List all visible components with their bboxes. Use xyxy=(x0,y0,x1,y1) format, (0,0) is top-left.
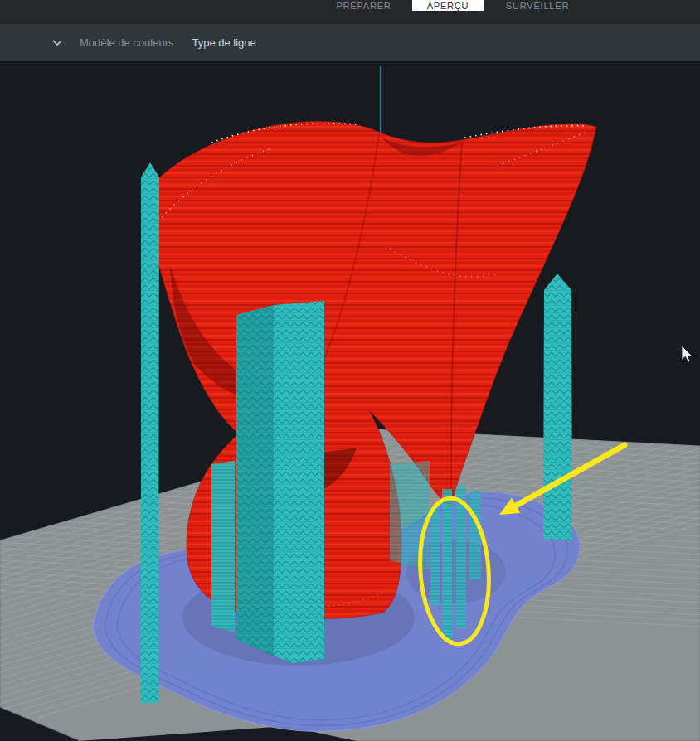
color-scheme-label: Modèle de couleurs xyxy=(80,36,173,49)
cura-window: PRÉPARER APERÇU SURVEILLER Modèle de cou… xyxy=(0,0,700,741)
support-pillar-right xyxy=(543,274,572,540)
color-scheme-dropdown[interactable]: Type de ligne xyxy=(192,36,255,49)
stage-tab-bar: PRÉPARER APERÇU SURVEILLER xyxy=(0,0,700,24)
chevron-down-icon[interactable] xyxy=(51,39,63,46)
support-pillar-left xyxy=(141,162,159,703)
3d-viewport[interactable] xyxy=(0,0,700,741)
support-column-funnel xyxy=(211,461,235,632)
tab-surveiller[interactable]: SURVEILLER xyxy=(484,0,591,11)
preview-toolbar: Modèle de couleurs Type de ligne xyxy=(0,24,700,62)
stage-tabs: PRÉPARER APERÇU SURVEILLER xyxy=(315,0,591,11)
tab-apercu[interactable]: APERÇU xyxy=(412,0,484,11)
tab-preparer[interactable]: PRÉPARER xyxy=(315,0,412,11)
